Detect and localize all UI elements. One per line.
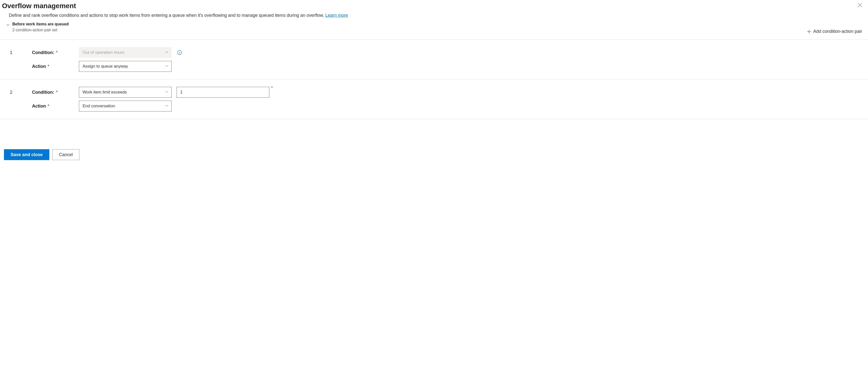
chevron-down-icon	[165, 50, 168, 55]
chevron-down-icon	[165, 103, 168, 109]
action-value: End conversation	[83, 103, 115, 109]
chevron-down-icon	[165, 90, 168, 95]
section-subtitle: 2 condition-action pair set	[12, 28, 803, 32]
chevron-down-icon	[165, 64, 168, 69]
plus-icon	[807, 29, 811, 34]
close-button[interactable]	[857, 2, 863, 8]
page-title: Overflow management	[2, 2, 76, 10]
condition-select[interactable]: Work item limit exceeds	[79, 87, 172, 98]
cancel-button[interactable]: Cancel	[52, 149, 80, 160]
action-value: Assign to queue anyway	[83, 64, 128, 69]
section-title: Before work items are queued	[12, 22, 803, 26]
rule-block: 2Condition: *Work item limit exceeds*Act…	[0, 80, 868, 119]
page-description: Define and rank overflow conditions and …	[0, 10, 370, 22]
info-button[interactable]	[177, 50, 183, 56]
condition-value: Work item limit exceeds	[83, 90, 127, 95]
required-indicator: *	[271, 86, 273, 90]
add-condition-action-button[interactable]: Add condition-action pair	[806, 27, 863, 35]
condition-label: Condition: *	[32, 50, 79, 55]
svg-point-6	[179, 51, 180, 52]
section-header: Before work items are queued 2 condition…	[0, 22, 868, 37]
rule-block: 1Condition: *Out of operation hoursActio…	[0, 40, 868, 80]
action-label: Action *	[32, 64, 79, 69]
add-button-label: Add condition-action pair	[813, 29, 862, 34]
save-and-close-button[interactable]: Save and close	[4, 149, 49, 160]
footer-actions: Save and close Cancel	[0, 141, 868, 165]
work-item-limit-input[interactable]	[177, 87, 269, 98]
condition-value: Out of operation hours	[83, 50, 124, 55]
close-icon	[858, 3, 862, 7]
rule-index: 1	[0, 50, 32, 55]
description-text: Define and rank overflow conditions and …	[9, 13, 325, 18]
condition-select: Out of operation hours	[79, 47, 172, 58]
chevron-down-icon[interactable]	[6, 23, 10, 28]
learn-more-link[interactable]: Learn more	[325, 13, 348, 18]
action-label: Action *	[32, 103, 79, 109]
rule-index: 2	[0, 90, 32, 95]
condition-label: Condition: *	[32, 90, 79, 95]
action-select[interactable]: Assign to queue anyway	[79, 61, 172, 72]
action-select[interactable]: End conversation	[79, 101, 172, 112]
